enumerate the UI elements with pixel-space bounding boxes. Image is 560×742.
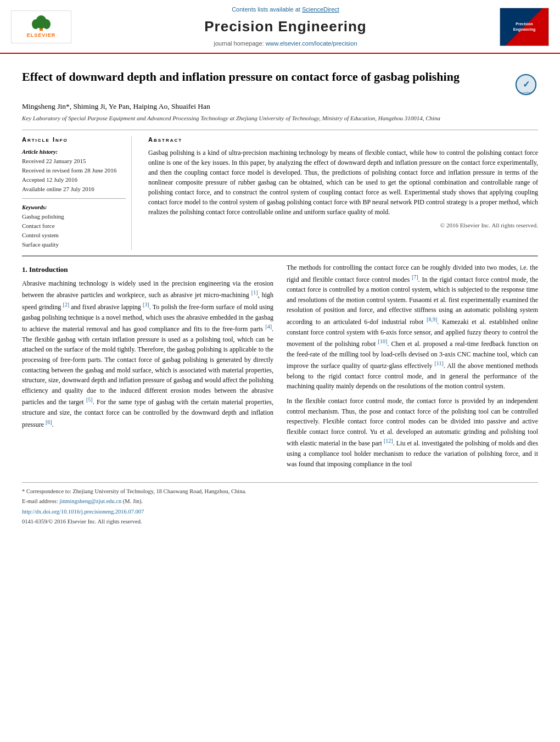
revised-date: Received in revised form 28 June 2016 bbox=[22, 166, 126, 175]
keywords-section: Keywords: Gasbag polishing Contact force… bbox=[22, 203, 126, 249]
left-para-1: Abrasive machining technology is widely … bbox=[22, 278, 273, 429]
pe-logo-text: PrecisionEngineering bbox=[513, 21, 535, 32]
correspondence-note: * Correspondence to: Zhejiang University… bbox=[22, 487, 538, 495]
article-footer: * Correspondence to: Zhejiang University… bbox=[22, 482, 538, 526]
journal-reference: Contents lists available at ScienceDirec… bbox=[71, 5, 500, 14]
info-divider bbox=[22, 198, 126, 199]
elsevier-tree-icon bbox=[27, 14, 55, 32]
svg-point-3 bbox=[43, 19, 51, 29]
keyword-4: Surface quality bbox=[22, 241, 126, 249]
main-divider bbox=[22, 255, 538, 257]
copyright: © 2016 Elsevier Inc. All rights reserved… bbox=[148, 221, 538, 230]
email-link[interactable]: jinmingsheng@zjut.edu.cn bbox=[59, 498, 121, 504]
accepted-date: Accepted 12 July 2016 bbox=[22, 176, 126, 185]
homepage-link[interactable]: www.elsevier.com/locate/precision bbox=[266, 40, 357, 47]
abstract-heading: Abstract bbox=[148, 136, 538, 144]
col-left: 1. Introduction Abrasive machining techn… bbox=[22, 263, 273, 473]
ref-2: [2] bbox=[63, 302, 69, 308]
sciencedirect-link[interactable]: ScienceDirect bbox=[302, 6, 339, 13]
issn-line: 0141-6359/© 2016 Elsevier Inc. All right… bbox=[22, 517, 538, 526]
journal-header: ELSEVIER Contents lists available at Sci… bbox=[0, 0, 560, 54]
email-note: E-mail address: jinmingsheng@zjut.edu.cn… bbox=[22, 497, 538, 505]
article-affiliation: Key Laboratory of Special Purpose Equipm… bbox=[22, 114, 538, 123]
svg-text:CrossMark: CrossMark bbox=[520, 91, 533, 94]
col-right: The methods for controlling the contact … bbox=[287, 263, 538, 473]
keyword-3: Control system bbox=[22, 231, 126, 240]
article-body: Effect of downward depth and inflation p… bbox=[0, 54, 560, 533]
page: ELSEVIER Contents lists available at Sci… bbox=[0, 0, 560, 742]
keyword-2: Contact force bbox=[22, 222, 126, 231]
ref-4: [4] bbox=[265, 323, 272, 330]
elsevier-logo: ELSEVIER bbox=[11, 10, 71, 43]
journal-homepage: journal homepage: www.elsevier.com/locat… bbox=[71, 40, 500, 48]
title-section: Effect of downward depth and inflation p… bbox=[22, 69, 538, 97]
ref-11: [11] bbox=[435, 360, 444, 366]
article-info-col: Article Info Article history: Received 2… bbox=[22, 136, 132, 250]
right-para-2: In the flexible contact force control mo… bbox=[287, 396, 538, 469]
crossmark-icon: ✓ CrossMark bbox=[514, 72, 538, 97]
doi-line: http://dx.doi.org/10.1016/j.precisioneng… bbox=[22, 507, 538, 516]
article-authors: Mingsheng Jin*, Shiming Ji, Ye Pan, Haip… bbox=[22, 101, 538, 112]
abstract-col: Abstract Gasbag polishing is a kind of u… bbox=[148, 136, 538, 250]
article-info-heading: Article Info bbox=[22, 136, 126, 144]
ref-12: [12] bbox=[384, 438, 393, 444]
section1-title: 1. Introduction bbox=[22, 265, 273, 275]
keyword-1: Gasbag polishing bbox=[22, 213, 126, 221]
abstract-text: Gasbag polishing is a kind of ultra-prec… bbox=[148, 148, 538, 217]
pe-logo-right: PrecisionEngineering bbox=[500, 8, 549, 46]
article-history-label: Article history: bbox=[22, 148, 126, 156]
main-two-col: 1. Introduction Abrasive machining techn… bbox=[22, 263, 538, 473]
ref-6: [6] bbox=[46, 419, 52, 425]
svg-text:✓: ✓ bbox=[523, 80, 530, 89]
keywords-label: Keywords: bbox=[22, 203, 126, 211]
journal-name: Precision Engineering bbox=[71, 16, 500, 37]
ref-8-9: [8,9] bbox=[427, 316, 437, 322]
right-para-1: The methods for controlling the contact … bbox=[287, 263, 538, 392]
received-date: Received 22 January 2015 bbox=[22, 157, 126, 166]
divider-1 bbox=[22, 130, 538, 130]
ref-7: [7] bbox=[412, 274, 418, 280]
ref-5: [5] bbox=[86, 397, 93, 403]
svg-point-2 bbox=[32, 19, 40, 29]
ref-3: [3] bbox=[143, 302, 149, 308]
ref-1: [1] bbox=[251, 289, 258, 295]
info-abstract-row: Article Info Article history: Received 2… bbox=[22, 136, 538, 250]
article-title: Effect of downward depth and inflation p… bbox=[22, 69, 514, 85]
ref-10: [10] bbox=[378, 338, 388, 344]
doi-link[interactable]: http://dx.doi.org/10.1016/j.precisioneng… bbox=[22, 509, 144, 515]
available-date: Available online 27 July 2016 bbox=[22, 185, 126, 194]
elsevier-label: ELSEVIER bbox=[27, 32, 56, 39]
header-center: Contents lists available at ScienceDirec… bbox=[71, 5, 500, 48]
